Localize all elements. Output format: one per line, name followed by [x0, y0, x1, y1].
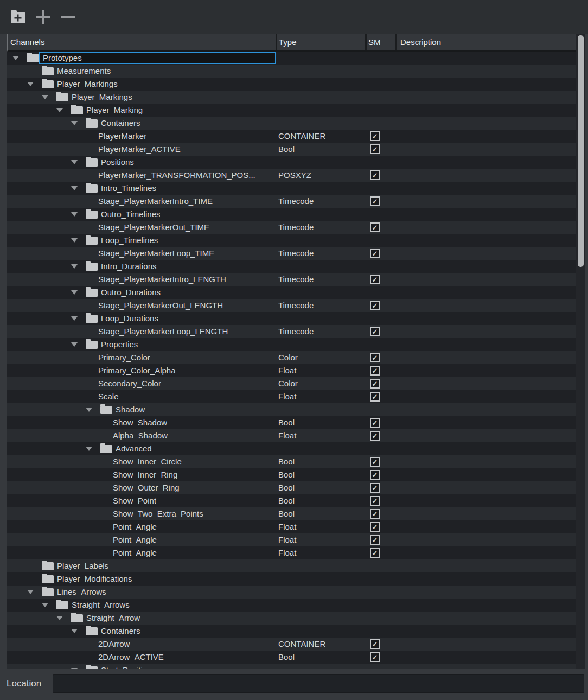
- expander-icon[interactable]: [27, 586, 34, 599]
- tree-row[interactable]: Straight_Arrows: [7, 599, 576, 612]
- tree-row[interactable]: Stage_PlayerMarkerIntro_TIMETimecode✓: [7, 195, 576, 208]
- expander-icon[interactable]: [56, 104, 63, 117]
- tree-row[interactable]: Point_AngleFloat✓: [7, 546, 576, 559]
- tree-row[interactable]: PlayerMarker_TRANSFORMATION_POS...POSXYZ…: [7, 169, 576, 182]
- column-separator[interactable]: [365, 34, 367, 50]
- tree-row[interactable]: Point_AngleFloat✓: [7, 533, 576, 546]
- tree-row[interactable]: Stage_PlayerMarkerIntro_LENGTHTimecode✓: [7, 273, 576, 286]
- tree-row[interactable]: PlayerMarker_ACTIVEBool✓: [7, 143, 576, 156]
- tree-row[interactable]: Loop_Durations: [7, 312, 576, 325]
- expander-icon[interactable]: [12, 52, 20, 65]
- scrollbar[interactable]: [576, 34, 585, 669]
- tree-row[interactable]: Player_Markings: [7, 78, 576, 91]
- column-header-description[interactable]: Description: [400, 34, 441, 50]
- column-header-channels[interactable]: Channels: [10, 34, 44, 50]
- sm-checkbox[interactable]: ✓: [370, 509, 380, 519]
- sm-checkbox[interactable]: ✓: [370, 170, 380, 180]
- sm-checkbox[interactable]: ✓: [370, 483, 380, 493]
- tree-row[interactable]: Player_Modifications: [7, 572, 576, 586]
- tree-row[interactable]: ScaleFloat✓: [7, 390, 576, 403]
- tree-row[interactable]: Advanced: [7, 442, 576, 455]
- expander-icon[interactable]: [41, 91, 49, 104]
- sm-checkbox[interactable]: ✓: [370, 522, 380, 532]
- tree-row[interactable]: Containers: [7, 625, 576, 638]
- expander-icon[interactable]: [71, 156, 78, 169]
- tree-row[interactable]: Player_Marking: [7, 104, 576, 117]
- tree-row[interactable]: Alpha_ShadowFloat✓: [7, 429, 576, 442]
- tree-row[interactable]: Positions: [7, 156, 576, 169]
- tree-row[interactable]: Player_Labels: [7, 559, 576, 572]
- tree-row[interactable]: Primary_ColorColor✓: [7, 351, 576, 364]
- rename-input[interactable]: Prototypes: [39, 52, 276, 64]
- tree-row[interactable]: Show_Inner_CircleBool✓: [7, 455, 576, 468]
- tree-row[interactable]: Show_Two_Extra_PointsBool✓: [7, 507, 576, 520]
- sm-checkbox[interactable]: ✓: [370, 548, 380, 558]
- add-channel-button[interactable]: [33, 6, 53, 28]
- sm-checkbox[interactable]: ✓: [370, 327, 380, 336]
- expander-icon[interactable]: [71, 338, 78, 351]
- tree-row[interactable]: Straight_Arrow: [7, 612, 576, 625]
- tree-row[interactable]: Stage_PlayerMarkerOut_LENGTHTimecode✓: [7, 299, 576, 312]
- tree-row[interactable]: Show_PointBool✓: [7, 494, 576, 507]
- column-separator[interactable]: [276, 34, 277, 50]
- remove-channel-button[interactable]: [57, 6, 78, 28]
- tree-row[interactable]: Stage_PlayerMarkerLoop_TIMETimecode✓: [7, 247, 576, 260]
- column-separator[interactable]: [395, 34, 397, 50]
- tree-row[interactable]: Lines_Arrows: [7, 586, 576, 599]
- sm-checkbox[interactable]: ✓: [370, 353, 380, 362]
- sm-checkbox[interactable]: ✓: [370, 392, 380, 402]
- expander-icon[interactable]: [71, 664, 78, 669]
- expander-icon[interactable]: [71, 286, 78, 299]
- tree-row[interactable]: Secondary_ColorColor✓: [7, 377, 576, 390]
- sm-checkbox[interactable]: ✓: [370, 301, 380, 310]
- column-header-type[interactable]: Type: [279, 34, 297, 50]
- expander-icon[interactable]: [71, 117, 78, 130]
- sm-checkbox[interactable]: ✓: [370, 470, 380, 480]
- sm-checkbox[interactable]: ✓: [370, 639, 380, 649]
- column-header-sm[interactable]: SM: [368, 34, 381, 50]
- sm-checkbox[interactable]: ✓: [370, 222, 380, 232]
- sm-checkbox[interactable]: ✓: [370, 249, 380, 258]
- tree-row[interactable]: Properties: [7, 338, 576, 351]
- tree-row[interactable]: Intro_Timelines: [7, 182, 576, 195]
- expander-icon[interactable]: [71, 234, 78, 247]
- location-input[interactable]: [53, 674, 584, 693]
- tree-row[interactable]: Show_Outer_RingBool✓: [7, 481, 576, 494]
- sm-checkbox[interactable]: ✓: [370, 144, 380, 154]
- expander-icon[interactable]: [71, 625, 78, 638]
- new-folder-button[interactable]: [8, 6, 28, 28]
- tree-row[interactable]: Measurements: [7, 65, 576, 78]
- tree-row[interactable]: Show_Inner_RingBool✓: [7, 468, 576, 481]
- expander-icon[interactable]: [71, 208, 78, 221]
- tree-row[interactable]: Point_AngleFloat✓: [7, 520, 576, 533]
- tree-row[interactable]: Shadow: [7, 403, 576, 416]
- tree-row[interactable]: Show_ShadowBool✓: [7, 416, 576, 429]
- expander-icon[interactable]: [27, 78, 34, 91]
- tree-row[interactable]: Containers: [7, 117, 576, 130]
- expander-icon[interactable]: [41, 599, 49, 612]
- sm-checkbox[interactable]: ✓: [370, 196, 380, 206]
- tree-row[interactable]: Start_Positions: [7, 664, 576, 669]
- scrollbar-thumb[interactable]: [578, 35, 584, 267]
- sm-checkbox[interactable]: ✓: [370, 418, 380, 428]
- sm-checkbox[interactable]: ✓: [370, 366, 380, 376]
- sm-checkbox[interactable]: ✓: [370, 535, 380, 545]
- tree-row[interactable]: Stage_PlayerMarkerOut_TIMETimecode✓: [7, 221, 576, 234]
- expander-icon[interactable]: [71, 182, 78, 195]
- tree-row[interactable]: Stage_PlayerMarkerLoop_LENGTHTimecode✓: [7, 325, 576, 338]
- sm-checkbox[interactable]: ✓: [370, 131, 380, 141]
- expander-icon[interactable]: [85, 442, 93, 455]
- tree-row[interactable]: Player_Markings: [7, 91, 576, 104]
- expander-icon[interactable]: [71, 260, 78, 273]
- tree-row[interactable]: Prototypes: [7, 52, 576, 65]
- sm-checkbox[interactable]: ✓: [370, 275, 380, 284]
- sm-checkbox[interactable]: ✓: [370, 457, 380, 467]
- sm-checkbox[interactable]: ✓: [370, 496, 380, 506]
- sm-checkbox[interactable]: ✓: [370, 379, 380, 389]
- expander-icon[interactable]: [85, 403, 93, 416]
- expander-icon[interactable]: [56, 612, 63, 625]
- tree-row[interactable]: Primary_Color_AlphaFloat✓: [7, 364, 576, 377]
- sm-checkbox[interactable]: ✓: [370, 431, 380, 441]
- tree-row[interactable]: 2DArrowCONTAINER✓: [7, 638, 576, 651]
- tree-row[interactable]: PlayerMarkerCONTAINER✓: [7, 130, 576, 143]
